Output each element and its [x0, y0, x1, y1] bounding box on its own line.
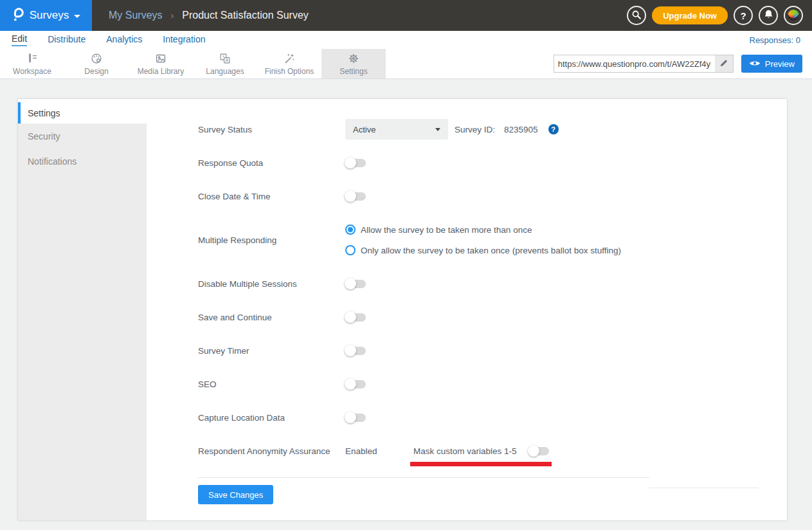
- workspace-icon: [24, 51, 40, 66]
- tab-analytics[interactable]: Analytics: [106, 34, 142, 46]
- seo-row: SEO: [198, 374, 787, 394]
- sidebar-item-settings[interactable]: Settings: [18, 102, 147, 123]
- breadcrumb-parent-link[interactable]: My Surveys: [109, 10, 163, 21]
- anonymity-status: Enabled: [345, 446, 413, 456]
- toolbar-tab-label: Media Library: [138, 67, 185, 76]
- close-date-toggle[interactable]: [345, 192, 366, 201]
- avatar-image: [788, 10, 799, 21]
- brand-label: Surveys: [30, 9, 69, 22]
- survey-id-label: Survey ID:: [455, 125, 495, 134]
- multiple-responding-options: Allow the survey to be taken more than o…: [345, 219, 621, 260]
- survey-timer-toggle[interactable]: [345, 347, 366, 355]
- tab-edit[interactable]: Edit: [12, 33, 27, 46]
- setting-label: Disable Multiple Sessions: [198, 279, 345, 289]
- toggle-knob: [345, 190, 356, 202]
- survey-url-input[interactable]: [554, 55, 715, 72]
- languages-icon: * A: [217, 51, 233, 66]
- toggle-knob: [345, 378, 356, 390]
- eye-icon: [749, 59, 761, 69]
- upgrade-now-button[interactable]: Upgrade Now: [652, 6, 728, 24]
- toolbar-tab-settings[interactable]: Settings: [321, 49, 386, 78]
- setting-label: SEO: [198, 379, 345, 389]
- radio-label: Only allow the survey to be taken once (…: [361, 246, 621, 255]
- breadcrumb-separator: ›: [171, 10, 174, 21]
- toggle-knob: [345, 278, 356, 289]
- design-icon: [89, 51, 104, 66]
- help-button[interactable]: ?: [734, 6, 753, 25]
- edit-toolbar: Workspace Design Media Library: [0, 49, 812, 79]
- anonymity-row: Respondent Anonymity Assurance Enabled M…: [198, 441, 787, 461]
- breadcrumb: My Surveys › Product Satisfaction Survey: [109, 0, 309, 31]
- pencil-icon: [719, 59, 728, 69]
- multiple-responding-row: Multiple Responding Allow the survey to …: [198, 219, 787, 260]
- radio-option: Allow the survey to be taken more than o…: [345, 219, 621, 240]
- toggle-knob: [528, 445, 539, 457]
- seo-toggle[interactable]: [345, 380, 366, 388]
- toolbar-tab-languages[interactable]: * A Languages: [193, 49, 257, 78]
- page-title: Product Satisfaction Survey: [182, 10, 309, 21]
- capture-location-toggle[interactable]: [345, 414, 366, 422]
- save-changes-button[interactable]: Save Changes: [198, 485, 273, 504]
- survey-timer-row: Survey Timer: [198, 340, 787, 361]
- setting-label: Capture Location Data: [198, 413, 345, 423]
- toolbar-tab-media-library[interactable]: Media Library: [129, 49, 193, 78]
- toggle-knob: [345, 345, 356, 356]
- survey-id-value: 8235905: [504, 125, 538, 134]
- bell-icon: [763, 9, 774, 22]
- survey-nav: Edit Distribute Analytics Integration Re…: [0, 31, 812, 49]
- settings-gear-icon: [346, 51, 361, 66]
- page-body: Settings Security Notifications Survey S…: [0, 79, 812, 529]
- close-date-row: Close Date & Time: [198, 186, 787, 206]
- tab-integration[interactable]: Integration: [163, 34, 205, 46]
- sidebar-item-security[interactable]: Security: [18, 123, 147, 149]
- toolbar-tab-label: Finish Options: [265, 67, 314, 76]
- settings-card: Settings Security Notifications Survey S…: [18, 99, 787, 520]
- red-highlight-underline: [410, 462, 552, 466]
- radio-option: Only allow the survey to be taken once (…: [345, 240, 621, 260]
- toggle-knob: [345, 311, 356, 323]
- responses-count[interactable]: Responses: 0: [750, 35, 801, 45]
- toolbar-right: Preview: [554, 49, 812, 78]
- toolbar-tab-finish-options[interactable]: Finish Options: [257, 49, 321, 78]
- save-and-continue-row: Save and Continue: [198, 307, 787, 327]
- setting-label: Response Quota: [198, 158, 345, 168]
- search-button[interactable]: [627, 6, 646, 25]
- save-and-continue-toggle[interactable]: [345, 313, 366, 322]
- disable-multiple-sessions-toggle[interactable]: [345, 280, 366, 288]
- survey-status-row: Survey Status Active Survey ID: 8235905 …: [198, 119, 787, 140]
- edit-url-button[interactable]: [715, 55, 733, 72]
- toggle-knob: [345, 412, 356, 423]
- survey-status-value: Active: [353, 125, 375, 134]
- preview-button[interactable]: Preview: [741, 55, 802, 73]
- mask-custom-variables-label: Mask custom variables 1-5: [413, 446, 528, 456]
- product-switcher[interactable]: Surveys: [0, 0, 92, 31]
- setting-label: Survey Timer: [198, 346, 345, 356]
- setting-label: Save and Continue: [198, 313, 345, 322]
- settings-sidebar: Settings Security Notifications: [18, 99, 147, 520]
- toolbar-tab-workspace[interactable]: Workspace: [0, 49, 64, 78]
- only-once-radio[interactable]: [345, 245, 356, 255]
- chevron-down-icon: [74, 15, 80, 18]
- survey-status-label: Survey Status: [198, 125, 345, 134]
- toolbar-tab-label: Workspace: [13, 67, 51, 76]
- mask-custom-variables-toggle[interactable]: [528, 447, 549, 455]
- toolbar-tab-label: Settings: [339, 67, 367, 76]
- questionpro-logo-icon: [12, 6, 24, 25]
- notifications-button[interactable]: [759, 6, 778, 25]
- settings-content: Survey Status Active Survey ID: 8235905 …: [147, 99, 787, 520]
- toolbar-tab-label: Design: [84, 67, 108, 76]
- preview-label: Preview: [765, 59, 795, 69]
- avatar[interactable]: [784, 6, 803, 25]
- toolbar-tab-label: Languages: [206, 67, 244, 76]
- survey-status-select[interactable]: Active: [345, 119, 448, 140]
- allow-multiple-radio[interactable]: [345, 224, 356, 235]
- response-quota-toggle[interactable]: [345, 159, 366, 167]
- chevron-down-icon: [435, 128, 440, 131]
- radio-label: Allow the survey to be taken more than o…: [361, 225, 532, 235]
- question-help-icon[interactable]: ?: [548, 124, 559, 134]
- toolbar-tab-design[interactable]: Design: [64, 49, 129, 78]
- survey-url-box: [554, 55, 734, 73]
- sidebar-item-notifications[interactable]: Notifications: [18, 149, 147, 174]
- tab-distribute[interactable]: Distribute: [48, 34, 86, 46]
- toggle-knob: [345, 157, 356, 169]
